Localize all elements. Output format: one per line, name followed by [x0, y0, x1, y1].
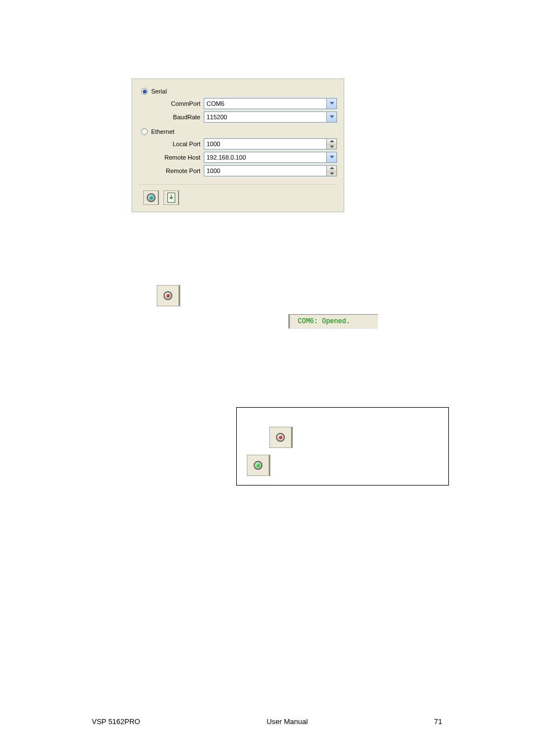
spin-buttons[interactable] — [327, 165, 337, 176]
led-green-icon — [254, 461, 263, 470]
baudrate-label: BaudRate — [139, 114, 204, 120]
spin-buttons[interactable] — [327, 138, 337, 150]
status-section: COM6: Opened. — [132, 285, 402, 306]
footer-center: User Manual — [266, 717, 308, 726]
remotehost-label: Remote Host — [139, 154, 204, 161]
localport-label: Local Port — [139, 141, 204, 147]
status-message: COM6: Opened. — [288, 314, 378, 329]
commport-combo[interactable]: COM6 — [204, 98, 337, 109]
led-red-icon — [276, 433, 285, 442]
localport-spinner[interactable]: 1000 — [204, 138, 337, 150]
chevron-down-icon[interactable] — [327, 152, 337, 163]
baudrate-combo[interactable]: 115200 — [204, 111, 337, 123]
chevron-down-icon[interactable] — [327, 144, 336, 150]
ethernet-radio-icon — [141, 128, 148, 135]
connect-button-large[interactable] — [157, 285, 180, 306]
serial-radio-row[interactable]: Serial — [141, 88, 337, 95]
remoteport-label: Remote Port — [139, 167, 204, 174]
ethernet-radio-row[interactable]: Ethernet — [141, 128, 337, 135]
commport-label: CommPort — [139, 100, 204, 107]
record-button[interactable] — [269, 427, 293, 448]
footer-left: VSP 5162PRO — [92, 717, 140, 726]
remotehost-combo[interactable]: 192.168.0.100 — [204, 152, 337, 163]
connect-button[interactable] — [143, 190, 159, 205]
panel-bottom-buttons — [139, 184, 337, 205]
remoteport-spinner[interactable]: 1000 — [204, 165, 337, 176]
remotehost-row: Remote Host 192.168.0.100 — [139, 152, 337, 163]
chevron-up-icon[interactable] — [327, 166, 336, 171]
led-teal-icon — [147, 193, 156, 202]
page-footer: VSP 5162PRO User Manual 71 — [0, 717, 534, 726]
baudrate-input[interactable]: 115200 — [204, 111, 327, 123]
refresh-icon — [167, 193, 175, 203]
chevron-up-icon[interactable] — [327, 139, 336, 144]
chevron-down-icon[interactable] — [327, 111, 337, 123]
remoteport-row: Remote Port 1000 — [139, 165, 337, 176]
chevron-down-icon[interactable] — [327, 171, 336, 176]
localport-row: Local Port 1000 — [139, 138, 337, 150]
commport-row: CommPort COM6 — [139, 98, 337, 109]
ethernet-radio-label: Ethernet — [151, 128, 175, 135]
serial-radio-icon — [141, 88, 148, 95]
baudrate-row: BaudRate 115200 — [139, 111, 337, 123]
footer-right: 71 — [434, 717, 442, 726]
serial-radio-label: Serial — [151, 88, 167, 95]
chevron-down-icon[interactable] — [327, 98, 337, 109]
remoteport-input[interactable]: 1000 — [204, 165, 327, 176]
button-box — [236, 407, 449, 486]
connection-settings-panel: Serial CommPort COM6 BaudRate 115200 Eth — [132, 78, 344, 212]
active-button[interactable] — [247, 455, 270, 476]
localport-input[interactable]: 1000 — [204, 138, 327, 150]
remotehost-input[interactable]: 192.168.0.100 — [204, 152, 327, 163]
commport-input[interactable]: COM6 — [204, 98, 327, 109]
refresh-button[interactable] — [163, 190, 179, 205]
led-red-icon — [163, 291, 172, 300]
